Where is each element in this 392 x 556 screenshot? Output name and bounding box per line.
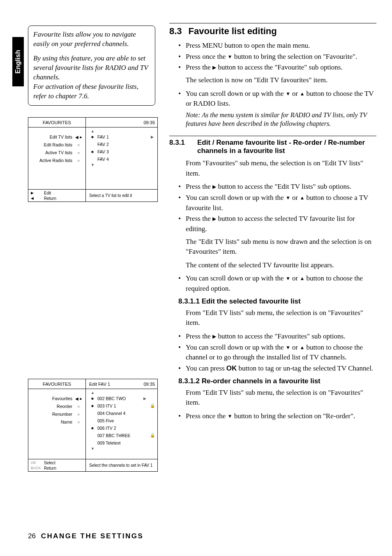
main-content: 8.3Favourite list editing Press MENU but… bbox=[169, 23, 376, 423]
list-item: You can scroll down or up with the ▼ or … bbox=[178, 273, 376, 294]
osd1-footer-hint: Select a TV list to edit it bbox=[86, 190, 157, 202]
scroll-up-icon: ▲ bbox=[88, 129, 155, 133]
osd2-title: FAVOURITES bbox=[28, 379, 86, 389]
section-heading-8312: 8.3.1.2 Re-order channels in a favourite… bbox=[178, 377, 376, 385]
osd-favourites-2: FAVOURITES Edit FAV 1 09:35 Favourites◀ … bbox=[28, 379, 158, 472]
osd2-left-item: Name○ bbox=[31, 418, 83, 426]
up-icon: ▲ bbox=[300, 195, 304, 202]
body-text: The selection is now on "Edit TV favouri… bbox=[169, 75, 376, 86]
osd2-right-item: ☻002 BBC TWO▶ bbox=[88, 395, 155, 402]
list-item: You can scroll down or up with the ▼ or … bbox=[178, 343, 376, 363]
intro-box: Favourite lists allow you to navigate ea… bbox=[28, 25, 155, 106]
list-item: Press the ▶ button to access the "Favour… bbox=[178, 331, 376, 342]
osd1-right-item: ☻FAV 3 bbox=[88, 148, 155, 155]
osd1-title: FAVOURITES bbox=[28, 118, 86, 127]
down-icon: ▼ bbox=[286, 90, 291, 97]
osd2-right-item: ☻006 ITV 2 bbox=[88, 424, 155, 432]
osd2-footer-hint: Select the channels to set in FAV 1 bbox=[86, 459, 157, 471]
intro-p2: By using this feature, you are able to s… bbox=[33, 54, 150, 82]
section-heading-8311: 8.3.1.1 Edit the selected favourite list bbox=[178, 297, 376, 306]
body-text: From "Edit TV lists" sub menu, the selec… bbox=[169, 308, 376, 328]
body-text: The "Edit TV lists" sub menu is now draw… bbox=[169, 237, 376, 257]
down-icon: ▼ bbox=[286, 195, 291, 202]
body-text: From "Favourites" sub menu, the selectio… bbox=[169, 158, 376, 178]
list-item: You can press OK button to tag or un-tag… bbox=[178, 364, 376, 374]
osd2-right-item: 007 BBC THREE🔒 bbox=[88, 432, 155, 439]
down-icon: ▼ bbox=[228, 413, 233, 420]
list-item: You can scroll down or up with the ▼ or … bbox=[178, 193, 376, 213]
note-text: Note: As the menu system is similar for … bbox=[169, 111, 376, 128]
right-icon: ▶ bbox=[212, 333, 216, 340]
down-icon: ▼ bbox=[228, 53, 233, 60]
osd1-left-item: Active Radio lists○ bbox=[31, 157, 83, 164]
right-icon: ▶ bbox=[212, 64, 216, 71]
up-icon: ▲ bbox=[300, 90, 304, 97]
list-item: You can scroll down or up with the ▼ or … bbox=[178, 89, 376, 109]
osd-favourites-1: FAVOURITES 09:35 Edit TV lists◀ ● Edit R… bbox=[28, 117, 158, 202]
intro-p1: Favourite lists allow you to navigate ea… bbox=[33, 30, 150, 49]
scroll-up-icon: ▲ bbox=[88, 391, 155, 395]
right-icon: ▶ bbox=[212, 183, 216, 190]
osd2-right-item: 009 Teletext bbox=[88, 439, 155, 447]
osd1-time: 09:35 bbox=[141, 118, 157, 127]
body-text: From "Edit TV lists" sub menu, the selec… bbox=[169, 388, 376, 408]
osd1-right-item: ☻FAV 1▶ bbox=[88, 133, 155, 141]
osd1-right-item: FAV 4 bbox=[88, 155, 155, 163]
lock-icon: 🔒 bbox=[150, 403, 155, 408]
osd2-right-item: ☻003 ITV 1🔒 bbox=[88, 402, 155, 410]
section-heading-83: 8.3Favourite list editing bbox=[169, 26, 376, 37]
list-item: Press the ▶ button to access the "Favour… bbox=[178, 63, 376, 73]
osd1-left-item: Edit TV lists◀ ● bbox=[31, 133, 83, 141]
footer-title: CHANGE THE SETTINGS bbox=[41, 532, 144, 540]
osd2-left-item: Favourites◀ ● bbox=[31, 395, 83, 403]
osd2-left-item: Reorder○ bbox=[31, 403, 83, 410]
left-column: Favourite lists allow you to navigate ea… bbox=[28, 25, 156, 472]
osd2-left-item: Renumber○ bbox=[31, 410, 83, 418]
page-footer: 26 CHANGE THE SETTINGS bbox=[28, 532, 143, 540]
osd2-time: 09:35 bbox=[141, 379, 157, 389]
intro-p3: For activation of these favourite lists,… bbox=[33, 82, 150, 101]
osd1-left-item: Active TV lists○ bbox=[31, 149, 83, 157]
osd1-right-item: FAV 2 bbox=[88, 141, 155, 148]
down-icon: ▼ bbox=[286, 344, 291, 351]
osd2-right-item: 004 Channel 4 bbox=[88, 410, 155, 417]
list-item: Press once the ▼ button to bring the sel… bbox=[178, 411, 376, 422]
up-icon: ▲ bbox=[300, 344, 304, 351]
right-icon: ▶ bbox=[212, 215, 216, 222]
scroll-down-icon: ▼ bbox=[88, 447, 155, 451]
list-item: Press the ▶ button to access the selecte… bbox=[178, 214, 376, 234]
down-icon: ▼ bbox=[286, 275, 291, 282]
osd1-left-item: Edit Radio lists○ bbox=[31, 141, 83, 149]
osd2-mid: Edit FAV 1 bbox=[86, 379, 141, 389]
list-item: Press MENU button to open the main menu. bbox=[178, 41, 376, 51]
up-icon: ▲ bbox=[300, 275, 304, 282]
page-number: 26 bbox=[28, 532, 36, 540]
list-item: Press once the ▼ button to bring the sel… bbox=[178, 52, 376, 62]
scroll-down-icon: ▼ bbox=[88, 163, 155, 167]
list-item: Press the ▶ button to access the "Edit T… bbox=[178, 182, 376, 192]
section-heading-831: 8.3.1Edit / Rename favourite list - Re-o… bbox=[169, 139, 376, 155]
lock-icon: 🔒 bbox=[150, 433, 155, 438]
body-text: The content of the selected TV favourite… bbox=[169, 260, 376, 271]
osd2-right-item: 005 Five bbox=[88, 417, 155, 424]
language-tab: English bbox=[12, 37, 24, 86]
